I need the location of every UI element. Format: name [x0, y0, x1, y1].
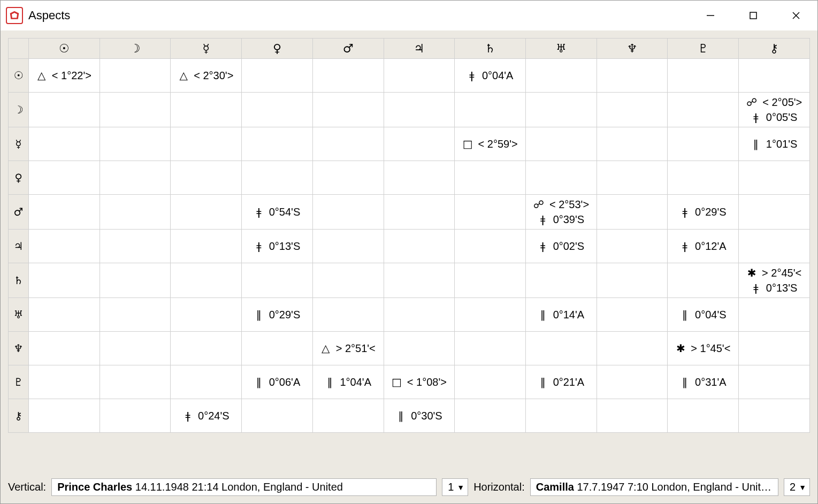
cell-uranus-moon[interactable]	[100, 298, 171, 332]
cell-chiron-pluto[interactable]	[668, 399, 739, 433]
row-header-chiron[interactable]: ⚷	[9, 399, 29, 433]
cell-neptune-jupiter[interactable]	[384, 332, 455, 365]
col-header-moon[interactable]: ☽	[100, 39, 171, 59]
cell-moon-saturn[interactable]	[455, 93, 526, 127]
cell-saturn-sun[interactable]	[29, 263, 100, 298]
cell-venus-mercury[interactable]	[171, 161, 242, 195]
cell-sun-saturn[interactable]: ǂ0°04'A	[455, 59, 526, 93]
cell-moon-mars[interactable]	[312, 93, 384, 127]
cell-sun-sun[interactable]: △< 1°22'>	[29, 59, 100, 93]
cell-chiron-mars[interactable]	[312, 399, 384, 433]
cell-mercury-mars[interactable]	[312, 127, 384, 161]
cell-mercury-chiron[interactable]: ‖1°01'S	[739, 127, 810, 161]
row-header-neptune[interactable]: ♆	[9, 332, 29, 365]
cell-pluto-sun[interactable]	[29, 365, 100, 399]
cell-moon-pluto[interactable]	[668, 93, 739, 127]
cell-sun-uranus[interactable]	[526, 59, 597, 93]
cell-pluto-uranus[interactable]: ‖0°21'A	[526, 365, 597, 399]
cell-saturn-jupiter[interactable]	[384, 263, 455, 298]
cell-mars-neptune[interactable]	[597, 195, 668, 230]
cell-mars-mercury[interactable]	[171, 195, 242, 230]
horizontal-info[interactable]: Camilla 17.7.1947 7:10 London, England -…	[530, 478, 778, 496]
cell-pluto-pluto[interactable]: ‖0°31'A	[668, 365, 739, 399]
cell-mercury-jupiter[interactable]	[384, 127, 455, 161]
cell-saturn-neptune[interactable]	[597, 263, 668, 298]
cell-sun-mercury[interactable]: △< 2°30'>	[171, 59, 242, 93]
col-header-mercury[interactable]: ☿	[171, 39, 242, 59]
cell-pluto-mars[interactable]: ‖1°04'A	[312, 365, 384, 399]
cell-pluto-neptune[interactable]	[597, 365, 668, 399]
cell-mars-saturn[interactable]	[455, 195, 526, 230]
cell-saturn-chiron[interactable]: ✱> 2°45'<ǂ0°13'S	[739, 263, 810, 298]
cell-moon-venus[interactable]	[242, 93, 313, 127]
row-header-moon[interactable]: ☽	[9, 93, 29, 127]
cell-uranus-sun[interactable]	[29, 298, 100, 332]
cell-uranus-pluto[interactable]: ‖0°04'S	[668, 298, 739, 332]
cell-pluto-venus[interactable]: ‖0°06'A	[242, 365, 313, 399]
cell-chiron-chiron[interactable]	[739, 399, 810, 433]
cell-saturn-venus[interactable]	[242, 263, 313, 298]
cell-pluto-moon[interactable]	[100, 365, 171, 399]
col-header-venus[interactable]: ♀	[242, 39, 313, 59]
row-header-uranus[interactable]: ♅	[9, 298, 29, 332]
cell-mars-uranus[interactable]: ☍< 2°53'>ǂ0°39'S	[526, 195, 597, 230]
cell-mercury-saturn[interactable]: □< 2°59'>	[455, 127, 526, 161]
cell-venus-moon[interactable]	[100, 161, 171, 195]
maximize-button[interactable]	[732, 1, 775, 30]
col-header-jupiter[interactable]: ♃	[384, 39, 455, 59]
cell-chiron-mercury[interactable]: ǂ0°24'S	[171, 399, 242, 433]
cell-mars-sun[interactable]	[29, 195, 100, 230]
row-header-mercury[interactable]: ☿	[9, 127, 29, 161]
col-header-mars[interactable]: ♂	[312, 39, 384, 59]
cell-moon-sun[interactable]	[29, 93, 100, 127]
cell-sun-jupiter[interactable]	[384, 59, 455, 93]
cell-neptune-mercury[interactable]	[171, 332, 242, 365]
cell-pluto-mercury[interactable]	[171, 365, 242, 399]
cell-sun-pluto[interactable]	[668, 59, 739, 93]
cell-venus-uranus[interactable]	[526, 161, 597, 195]
cell-sun-chiron[interactable]	[739, 59, 810, 93]
cell-mars-chiron[interactable]	[739, 195, 810, 230]
col-header-pluto[interactable]: ♇	[668, 39, 739, 59]
cell-uranus-mars[interactable]	[312, 298, 384, 332]
cell-jupiter-moon[interactable]	[100, 230, 171, 263]
horizontal-index-dropdown[interactable]: 2 ▼	[784, 478, 810, 496]
vertical-info[interactable]: Prince Charles 14.11.1948 21:14 London, …	[51, 478, 437, 496]
cell-neptune-pluto[interactable]: ✱> 1°45'<	[668, 332, 739, 365]
vertical-index-dropdown[interactable]: 1 ▼	[442, 478, 468, 496]
cell-mercury-moon[interactable]	[100, 127, 171, 161]
cell-jupiter-mars[interactable]	[312, 230, 384, 263]
cell-moon-neptune[interactable]	[597, 93, 668, 127]
cell-venus-jupiter[interactable]	[384, 161, 455, 195]
cell-jupiter-neptune[interactable]	[597, 230, 668, 263]
row-header-saturn[interactable]: ♄	[9, 263, 29, 298]
cell-jupiter-saturn[interactable]	[455, 230, 526, 263]
row-header-pluto[interactable]: ♇	[9, 365, 29, 399]
cell-pluto-saturn[interactable]	[455, 365, 526, 399]
cell-saturn-uranus[interactable]	[526, 263, 597, 298]
row-header-mars[interactable]: ♂	[9, 195, 29, 230]
cell-jupiter-venus[interactable]: ǂ0°13'S	[242, 230, 313, 263]
cell-neptune-sun[interactable]	[29, 332, 100, 365]
row-header-venus[interactable]: ♀	[9, 161, 29, 195]
cell-neptune-uranus[interactable]	[526, 332, 597, 365]
cell-sun-mars[interactable]	[312, 59, 384, 93]
col-header-neptune[interactable]: ♆	[597, 39, 668, 59]
col-header-saturn[interactable]: ♄	[455, 39, 526, 59]
cell-mars-venus[interactable]: ǂ0°54'S	[242, 195, 313, 230]
cell-chiron-moon[interactable]	[100, 399, 171, 433]
cell-uranus-chiron[interactable]	[739, 298, 810, 332]
cell-uranus-neptune[interactable]	[597, 298, 668, 332]
cell-uranus-saturn[interactable]	[455, 298, 526, 332]
cell-sun-moon[interactable]	[100, 59, 171, 93]
cell-saturn-moon[interactable]	[100, 263, 171, 298]
cell-jupiter-sun[interactable]	[29, 230, 100, 263]
minimize-button[interactable]	[689, 1, 732, 30]
cell-venus-saturn[interactable]	[455, 161, 526, 195]
cell-pluto-jupiter[interactable]: □< 1°08'>	[384, 365, 455, 399]
cell-saturn-mercury[interactable]	[171, 263, 242, 298]
cell-chiron-sun[interactable]	[29, 399, 100, 433]
col-header-chiron[interactable]: ⚷	[739, 39, 810, 59]
cell-jupiter-mercury[interactable]	[171, 230, 242, 263]
grid-scroll[interactable]: ☉☽☿♀♂♃♄♅♆♇⚷ ☉△< 1°22'>△< 2°30'>ǂ0°04'A☽☍…	[8, 38, 810, 472]
